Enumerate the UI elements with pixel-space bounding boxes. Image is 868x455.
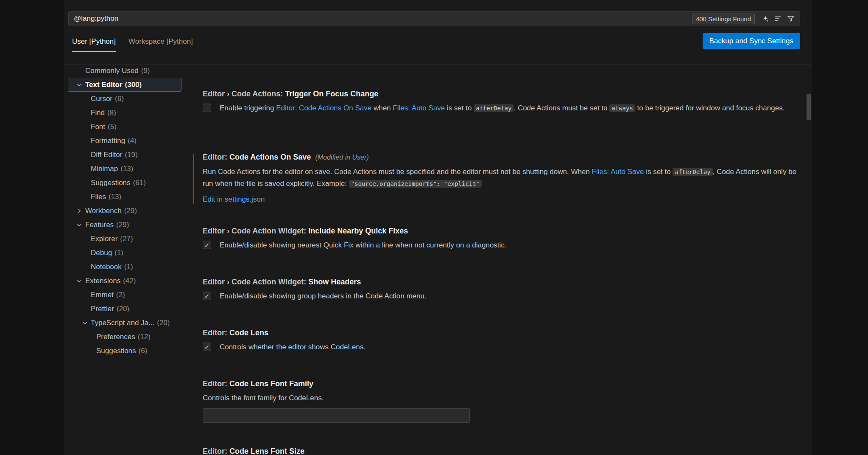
toc-item-label: Preferences [96,333,135,341]
description-text: when [371,104,393,112]
toc-item-count: (300) [125,81,142,89]
toc-item-label: Prettier [91,305,114,313]
chevron-spacer [87,348,94,354]
toc-item-explorer[interactable]: Explorer(27) [68,232,181,246]
toc-item-font[interactable]: Font(5) [68,120,181,134]
toc-item-count: (9) [141,67,150,75]
code-span: afterDelay [673,168,712,176]
checkbox-checked[interactable]: ✓ [203,241,211,249]
setting-link[interactable]: Files: Auto Save [393,104,445,112]
sparkle-icon[interactable] [759,13,771,25]
settings-editor-surface: 400 Settings Found User [Python] Workspa… [64,0,812,455]
settings-scope-tabs: User [Python] Workspace [Python] [72,37,193,52]
setting-category: Editor › Code Action Widget: [203,227,308,235]
toc-item-minimap[interactable]: Minimap(13) [68,162,181,176]
setting-code-lens-font-family: Editor: Code Lens Font FamilyControls th… [203,379,805,423]
description-text: (Modified in [315,154,352,161]
setting-category: Editor: [203,447,229,455]
settings-search-input[interactable] [74,14,692,23]
chevron-spacer [81,292,88,298]
toc-item-label: Workbench [85,207,122,215]
toc-item-suggestions[interactable]: Suggestions(6) [68,344,181,358]
toc-item-workbench[interactable]: Workbench(29) [68,204,181,218]
toc-item-label: TypeScript and Ja... [91,319,154,327]
toc-item-text-editor[interactable]: Text Editor(300) [68,78,181,92]
backup-and-sync-settings-button[interactable]: Backup and Sync Settings [703,33,800,49]
setting-description: Enable triggering Editor: Code Actions O… [220,102,784,114]
toc-item-label: Debug [91,249,112,257]
toc-item-diff-editor[interactable]: Diff Editor(19) [68,148,181,162]
setting-name: Code Actions On Save [229,153,311,161]
setting-name: Show Headers [308,278,361,286]
chevron-spacer [81,95,88,102]
toc-item-label: Extensions [85,277,120,285]
toc-item-suggestions[interactable]: Suggestions(61) [68,176,181,190]
setting-text-input[interactable] [203,408,470,423]
toc-item-typescript-and-ja[interactable]: TypeScript and Ja...(20) [68,316,181,330]
checkbox-unchecked[interactable] [203,104,211,112]
chevron-spacer [81,124,88,130]
setting-description: Enable/disable showing group headers in … [220,290,427,302]
toc-item-label: Minimap [91,165,118,173]
toc-item-features[interactable]: Features(29) [68,218,181,232]
toc-item-cursor[interactable]: Cursor(6) [68,92,181,106]
toc-item-prettier[interactable]: Prettier(20) [68,302,181,316]
description-text: Enable triggering [220,104,276,112]
setting-name: Include Nearby Quick Fixes [308,227,408,235]
tab-user-python[interactable]: User [Python] [72,37,116,52]
toc-item-count: (12) [138,333,151,341]
toc-item-count: (20) [117,305,129,313]
setting-name: Trigger On Focus Change [285,90,378,98]
toc-item-count: (20) [157,319,170,327]
toc-item-count: (29) [124,207,137,215]
setting-name: Code Lens Font Size [229,447,304,455]
chevron-spacer [81,306,88,312]
toc-item-commonly-used[interactable]: Commonly Used(9) [68,64,181,78]
setting-link[interactable]: User [352,154,367,161]
chevron-spacer [81,138,88,144]
toc-item-emmet[interactable]: Emmet(2) [68,288,181,302]
code-span: afterDelay [474,104,514,112]
description-text: Controls the font family for CodeLens. [203,394,324,402]
toc-item-files[interactable]: Files(13) [68,190,181,204]
code-span: always [609,104,635,112]
toc-item-preferences[interactable]: Preferences(12) [68,330,181,344]
toc-item-extensions[interactable]: Extensions(42) [68,274,181,288]
toc-item-label: Cursor [91,95,112,103]
toc-item-label: Explorer [91,235,117,243]
clear-search-filters-icon[interactable] [772,13,784,25]
description-text: to be triggered for window and focus cha… [635,104,785,112]
setting-name: Code Lens [229,329,268,337]
scrollbar-thumb[interactable] [807,94,811,120]
setting-body: ✓Controls whether the editor shows CodeL… [203,341,805,353]
toc-item-label: Emmet [91,291,114,299]
toc-item-label: Features [85,221,114,229]
setting-link[interactable]: Editor: Code Actions On Save [276,104,371,112]
setting-name: Code Lens Font Family [229,379,313,388]
setting-description: Enable/disable showing nearest Quick Fix… [220,239,507,251]
toc-item-find[interactable]: Find(8) [68,106,181,120]
filter-icon[interactable] [785,13,796,25]
settings-search-bar: 400 Settings Found [68,11,800,26]
setting-category: Editor: [203,329,229,337]
checkbox-checked[interactable]: ✓ [203,343,211,351]
edit-in-settings-json-link[interactable]: Edit in settings.json [203,195,265,204]
chevron-right-icon [76,208,83,214]
toc-item-debug[interactable]: Debug(1) [68,246,181,260]
chevron-spacer [81,166,88,172]
setting-body: ✓Enable/disable showing group headers in… [203,290,805,302]
setting-link[interactable]: Files: Auto Save [592,168,644,176]
checkbox-checked[interactable]: ✓ [203,292,211,300]
chevron-spacer [81,236,88,242]
toc-item-count: (8) [107,109,116,117]
settings-editor: 400 Settings Found User [Python] Workspa… [0,0,868,455]
toc-item-notebook[interactable]: Notebook(1) [68,260,181,274]
tab-workspace-python[interactable]: Workspace [Python] [128,37,193,52]
toc-item-count: (1) [124,263,133,271]
setting-title: Editor: Code Actions On Save(Modified in… [203,152,805,162]
code-span: "source.organizeImports": "explicit" [349,180,482,188]
check-icon: ✓ [204,242,210,248]
toc-item-formatting[interactable]: Formatting(4) [68,134,181,148]
setting-title: Editor › Code Actions: Trigger On Focus … [203,89,805,98]
toc-item-label: Text Editor [85,81,123,89]
